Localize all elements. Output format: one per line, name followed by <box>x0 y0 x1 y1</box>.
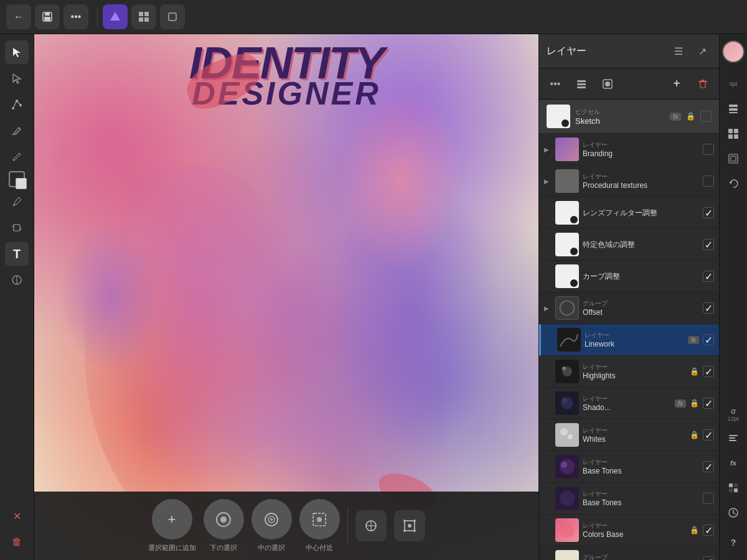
cb-lock: 🔒 <box>690 526 699 534</box>
panel-add-button[interactable]: + <box>665 73 688 95</box>
save-button[interactable] <box>35 4 60 29</box>
sketch-layer-thumb <box>547 105 570 128</box>
linework-layer[interactable]: レイヤー Linework fx ✓ <box>539 324 719 356</box>
back-button[interactable]: ← <box>6 4 31 29</box>
delete-button[interactable]: ✕ <box>5 504 29 528</box>
layers-view-button[interactable] <box>722 98 745 120</box>
color-range-visibility[interactable]: ✓ <box>703 239 714 250</box>
eyedropper-tool-button[interactable] <box>5 190 29 213</box>
svg-rect-66 <box>731 156 736 161</box>
undo-rs-button[interactable] <box>722 172 745 195</box>
center-selection-button[interactable]: 中の選択 <box>251 499 292 553</box>
procedural-visibility[interactable] <box>703 175 714 187</box>
procedural-textures-layer[interactable]: ▶ レイヤー Procedural textures <box>539 166 719 197</box>
fx-rs-button[interactable]: fx <box>722 452 745 474</box>
shadows-layer[interactable]: レイヤー Shado... fx 🔒 ✓ <box>539 388 719 419</box>
whites-name: Whites <box>583 435 686 444</box>
direct-select-tool-button[interactable] <box>5 67 29 90</box>
font-rs-button[interactable]: α 12pt <box>722 404 745 424</box>
color-range-layer[interactable]: 特定色域の調整 ✓ <box>539 229 719 261</box>
panel-mask-button[interactable] <box>596 73 619 95</box>
clock-rs-button[interactable] <box>722 502 745 524</box>
sketch-layer[interactable]: ピクセル Sketch fx 🔒 <box>539 100 719 134</box>
blend-tool-button[interactable] <box>5 268 29 292</box>
bt1-visibility[interactable]: ✓ <box>703 461 714 472</box>
grid-view-button[interactable] <box>131 4 156 29</box>
snap-grid-square[interactable] <box>355 510 387 541</box>
colors-base-layer[interactable]: レイヤー Colors Base 🔒 ✓ <box>539 515 719 546</box>
shadows-thumb <box>555 391 579 415</box>
center-snap-circle[interactable] <box>299 499 340 539</box>
center-selection-circle[interactable] <box>251 499 292 539</box>
bg-thumb <box>555 550 579 560</box>
curves-thumb <box>555 264 579 288</box>
whites-thumb <box>555 423 579 447</box>
shadows-visibility[interactable]: ✓ <box>703 398 714 409</box>
crop-tool-button[interactable] <box>5 216 29 240</box>
panel-delete-button[interactable] <box>692 73 714 95</box>
sketch-visibility-checkbox[interactable] <box>700 111 712 122</box>
whites-layer[interactable]: レイヤー Whites 🔒 ✓ <box>539 419 719 451</box>
shape-button[interactable] <box>160 4 185 29</box>
highlights-layer[interactable]: レイヤー Highlights 🔒 ✓ <box>539 356 719 388</box>
add-selection-circle[interactable]: + <box>152 499 192 539</box>
whites-visibility[interactable]: ✓ <box>703 429 714 441</box>
lens-visibility[interactable]: ✓ <box>703 207 714 218</box>
svg-rect-6 <box>139 17 143 22</box>
snap-point-button[interactable] <box>394 510 425 541</box>
grid-view-rs-button[interactable] <box>722 123 745 145</box>
pt-button[interactable]: 0pt <box>722 73 745 95</box>
below-selection-circle[interactable] <box>204 499 244 539</box>
svg-rect-72 <box>734 483 738 487</box>
branding-visibility[interactable] <box>703 144 714 155</box>
offset-layer[interactable]: ▶ グループ Offset ✓ <box>539 292 719 324</box>
svg-rect-18 <box>14 225 20 231</box>
svg-point-37 <box>403 530 406 532</box>
right-sidebar: 0pt <box>719 34 747 560</box>
color-swatch[interactable] <box>9 171 25 187</box>
text-edit-rs-button[interactable] <box>722 427 745 449</box>
app-icon-button[interactable] <box>103 4 128 29</box>
panel-layers-button[interactable] <box>570 73 593 95</box>
svg-point-55 <box>561 462 567 468</box>
svg-point-29 <box>317 517 322 522</box>
bt2-visibility[interactable] <box>703 493 714 504</box>
snap-grid-button[interactable] <box>355 510 387 541</box>
panel-export-button[interactable]: ↗ <box>693 42 712 60</box>
add-selection-button[interactable]: + 選択範囲に追加 <box>148 499 196 553</box>
svg-point-53 <box>568 434 573 439</box>
curves-visibility[interactable]: ✓ <box>703 271 714 282</box>
cb-visibility[interactable]: ✓ <box>703 525 714 536</box>
below-selection-button[interactable]: 下の選択 <box>204 499 244 553</box>
base-tones-1-layer[interactable]: レイヤー Base Tones ✓ <box>539 451 719 483</box>
panel-menu-button[interactable]: ☰ <box>669 42 688 60</box>
pencil-tool-button[interactable] <box>5 145 29 169</box>
base-tones-2-layer[interactable]: レイヤー Base Tones <box>539 483 719 515</box>
panel-ellipsis-button[interactable]: ••• <box>544 73 566 95</box>
pixel-rs-button[interactable] <box>722 477 745 499</box>
branding-layer[interactable]: ▶ レイヤー Branding <box>539 134 719 166</box>
node-tool-button[interactable] <box>5 93 29 116</box>
svg-point-24 <box>220 516 227 523</box>
delete-layer-button[interactable]: 🗑 <box>5 530 29 554</box>
curves-layer[interactable]: カーブ調整 ✓ <box>539 261 719 292</box>
background-layer[interactable]: ▶ グループ Background ✓ <box>539 546 719 560</box>
linework-visibility[interactable]: ✓ <box>703 334 714 345</box>
transform-rs-button[interactable] <box>722 147 745 170</box>
offset-visibility[interactable]: ✓ <box>703 302 714 314</box>
center-snap-button[interactable]: 中心付近 <box>299 499 340 553</box>
canvas-area[interactable]: IDENTITY DESIGNER + 選択範囲に追加 <box>34 34 538 560</box>
text-tool-button[interactable]: T <box>5 242 29 266</box>
lens-filter-layer[interactable]: レンズフィルター調整 ✓ <box>539 197 719 229</box>
highlights-visibility[interactable]: ✓ <box>703 366 714 377</box>
snap-point-square[interactable] <box>394 510 425 541</box>
help-rs-button[interactable]: ? <box>722 531 745 554</box>
more-button[interactable]: ••• <box>63 4 88 29</box>
svg-rect-1 <box>45 12 50 16</box>
svg-rect-5 <box>144 12 149 16</box>
select-tool-button[interactable] <box>5 40 29 64</box>
pen-tool-button[interactable] <box>5 119 29 142</box>
bg-visibility[interactable]: ✓ <box>703 556 714 560</box>
separator-1 <box>97 7 98 26</box>
separator <box>347 507 348 544</box>
